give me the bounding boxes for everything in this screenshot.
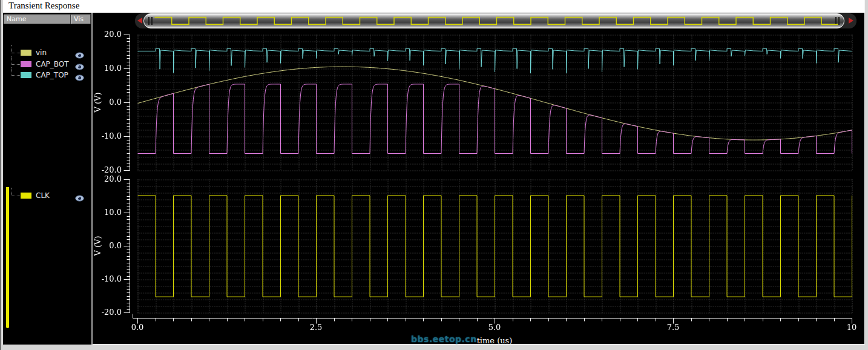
signal-row-CLK[interactable]: CLK [3,191,92,202]
eye-icon[interactable] [75,50,84,56]
x-tick-label: 0.0 [122,323,153,332]
vis-column-header[interactable]: Vis [71,15,91,24]
y-tick-label: -20.0 [88,308,122,317]
waveform-window: Transient Response Name Vis vinCAP_BOTCA… [3,0,865,345]
tree-branch [11,188,20,196]
y-tick-label: 20.0 [88,30,122,39]
y-tick-label: -20.0 [88,165,122,174]
signal-row-CAP_TOP[interactable]: CAP_TOP [3,71,92,81]
signal-label: vin [36,48,47,57]
window-frame: Transient Response Name Vis vinCAP_BOTCA… [0,0,868,350]
x-tick-label: 2.5 [301,323,331,332]
signal-panel: Name Vis vinCAP_BOTCAP_TOP CLK [3,13,92,345]
name-column-header[interactable]: Name [4,15,71,24]
y-tick-label: 10.0 [88,208,122,217]
y-tick-label: 0.0 [88,97,122,107]
tree-branch [11,45,20,53]
signal-label: CLK [36,191,50,200]
eye-icon[interactable] [75,193,84,199]
y-tick-label: 10.0 [88,64,122,73]
tree-branch [11,56,20,65]
thumb-left-grip-icon[interactable] [148,17,153,25]
left-arrow-icon [137,18,142,24]
eye-icon[interactable] [75,61,84,68]
signal-label: CAP_BOT [36,60,69,68]
signal-swatch[interactable] [21,72,31,78]
x-tick-label: 5.0 [479,323,510,332]
right-arrow-icon [849,18,853,24]
tree-branch [11,67,20,76]
scroll-right-button[interactable] [847,15,855,26]
signal-swatch[interactable] [21,50,31,56]
y-tick-label: 20.0 [88,174,122,183]
page-title: Transient Response [8,1,79,11]
signal-swatch[interactable] [21,61,31,67]
signal-swatch[interactable] [21,193,31,199]
signal-label: CAP_TOP [36,71,68,79]
watermark: bbs.eetop.cn [411,334,477,344]
eye-icon[interactable] [75,72,84,79]
overview-clk-waveform [154,15,838,27]
x-tick-label: 7.5 [658,323,688,332]
y-tick-label: -10.0 [88,274,122,283]
y-tick-label: 0.0 [88,241,122,250]
scroll-left-button[interactable] [136,15,143,26]
title-bar: Transient Response [3,0,864,13]
waveform-plot-canvas[interactable] [94,29,858,327]
y-tick-label: -10.0 [88,131,122,140]
strip-selection-bar[interactable] [6,187,9,328]
x-tick-label: 10 [837,323,867,332]
signal-panel-header: Name Vis [4,15,91,24]
